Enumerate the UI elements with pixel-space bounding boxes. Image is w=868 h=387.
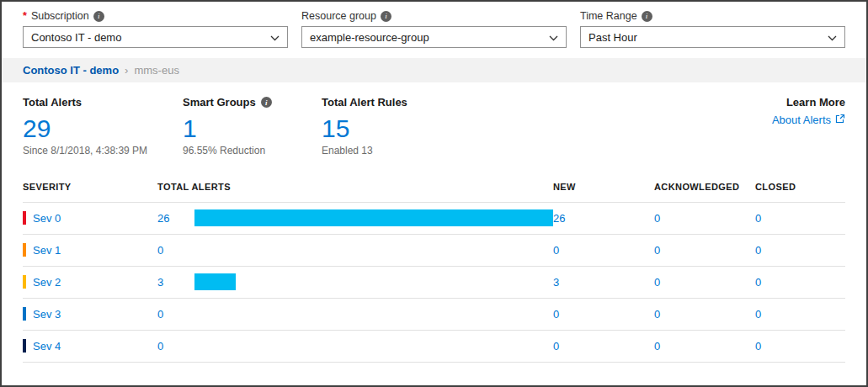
info-icon[interactable]: i [93,11,104,22]
about-alerts-link[interactable]: About Alerts [772,114,845,126]
column-header-acknowledged: ACKNOWLEDGED [654,182,755,192]
acknowledged-value[interactable]: 0 [654,340,755,353]
alerts-table: SEVERITY TOTAL ALERTS NEW ACKNOWLEDGED C… [2,156,866,363]
about-alerts-link-text: About Alerts [772,114,831,126]
new-value[interactable]: 3 [553,276,654,289]
severity-label[interactable]: Sev 4 [33,340,61,353]
resource-group-label-text: Resource group [301,10,376,22]
column-header-severity: SEVERITY [23,182,157,192]
acknowledged-value[interactable]: 0 [654,276,755,289]
info-icon[interactable]: i [261,97,272,108]
subscription-select-value: Contoso IT - demo [31,31,121,44]
alert-rules-title: Total Alert Rules [322,96,490,109]
table-row: Sev 4 0 0 0 0 [23,331,845,363]
required-marker: * [23,10,27,22]
resource-group-filter: Resource group i example-resource-group [301,10,567,48]
total-alerts-cell: 26 [157,209,553,226]
severity-label[interactable]: Sev 1 [33,244,61,257]
learn-more-block: Learn More About Alerts [772,96,845,127]
time-range-label: Time Range i [580,10,845,22]
chevron-down-icon [828,31,837,44]
total-alerts-value[interactable]: 3 [157,276,194,289]
severity-color-indicator [23,307,26,321]
total-alerts-bar-track [194,273,553,290]
acknowledged-value[interactable]: 0 [654,212,755,225]
severity-label[interactable]: Sev 2 [33,276,61,289]
subscription-label: * Subscription i [23,10,288,22]
external-link-icon [835,114,845,126]
closed-value[interactable]: 0 [755,308,845,321]
severity-label[interactable]: Sev 3 [33,308,61,321]
column-header-new: NEW [553,182,654,192]
smart-groups-title: Smart Groups i [183,96,322,109]
info-icon[interactable]: i [381,11,391,22]
alert-rules-title-text: Total Alert Rules [322,96,407,109]
alerts-table-header: SEVERITY TOTAL ALERTS NEW ACKNOWLEDGED C… [23,182,845,203]
time-range-label-text: Time Range [580,10,637,22]
table-row: Sev 1 0 0 0 0 [23,235,845,267]
acknowledged-value[interactable]: 0 [654,244,755,257]
info-icon[interactable]: i [642,11,652,22]
total-alerts-cell: 0 [157,337,553,354]
severity-cell: Sev 0 [23,211,157,225]
severity-cell: Sev 4 [23,339,157,353]
severity-color-indicator [23,211,26,225]
severity-color-indicator [23,243,26,257]
total-alerts-summary: Total Alerts 29 Since 8/1/2018, 4:38:39 … [23,96,183,156]
time-range-select[interactable]: Past Hour [580,26,845,48]
filter-row: * Subscription i Contoso IT - demo Resou… [2,2,866,56]
closed-value[interactable]: 0 [755,244,845,257]
column-header-total-alerts: TOTAL ALERTS [157,182,553,192]
new-value[interactable]: 0 [553,340,654,353]
severity-cell: Sev 2 [23,275,157,289]
total-alerts-bar [194,209,553,226]
resource-group-label: Resource group i [301,10,567,22]
total-alerts-cell: 0 [157,241,553,258]
smart-groups-summary: Smart Groups i 1 96.55% Reduction [183,96,322,156]
total-alerts-bar-track [194,209,553,226]
new-value[interactable]: 0 [553,308,654,321]
resource-group-select[interactable]: example-resource-group [301,26,567,48]
severity-color-indicator [23,275,26,289]
alert-rules-count[interactable]: 15 [322,115,490,142]
total-alerts-bar-track [194,337,553,354]
total-alerts-subtitle: Since 8/1/2018, 4:38:39 PM [23,145,183,156]
total-alerts-value[interactable]: 0 [157,244,194,257]
smart-groups-count[interactable]: 1 [183,115,322,142]
chevron-down-icon [549,31,558,44]
subscription-filter: * Subscription i Contoso IT - demo [23,10,288,48]
acknowledged-value[interactable]: 0 [654,308,755,321]
total-alerts-count[interactable]: 29 [23,115,183,142]
chevron-down-icon [270,31,280,44]
severity-cell: Sev 3 [23,307,157,321]
summary-section: Total Alerts 29 Since 8/1/2018, 4:38:39 … [2,82,866,156]
total-alerts-title: Total Alerts [23,96,183,109]
new-value[interactable]: 0 [553,244,654,257]
severity-color-indicator [23,339,26,353]
resource-group-select-value: example-resource-group [310,31,429,44]
total-alerts-bar-track [194,305,553,322]
total-alerts-bar-track [194,241,553,258]
time-range-select-value: Past Hour [588,31,637,44]
total-alerts-bar [194,273,236,290]
closed-value[interactable]: 0 [755,340,845,353]
column-header-closed: CLOSED [755,182,845,192]
subscription-label-text: Subscription [31,10,89,22]
total-alerts-value[interactable]: 26 [157,212,194,225]
total-alerts-cell: 0 [157,305,553,322]
total-alerts-value[interactable]: 0 [157,340,194,353]
time-range-filter: Time Range i Past Hour [580,10,845,48]
subscription-select[interactable]: Contoso IT - demo [23,26,288,48]
breadcrumb-subscription[interactable]: Contoso IT - demo [23,64,119,77]
alert-rules-summary: Total Alert Rules 15 Enabled 13 [322,96,490,156]
total-alerts-cell: 3 [157,273,553,290]
severity-cell: Sev 1 [23,243,157,257]
closed-value[interactable]: 0 [755,212,845,225]
breadcrumb-separator: › [125,64,128,77]
table-row: Sev 0 26 26 0 0 [23,203,845,235]
closed-value[interactable]: 0 [755,276,845,289]
learn-more-title: Learn More [772,96,845,109]
total-alerts-value[interactable]: 0 [157,308,194,321]
new-value[interactable]: 26 [553,212,654,225]
severity-label[interactable]: Sev 0 [33,212,61,225]
